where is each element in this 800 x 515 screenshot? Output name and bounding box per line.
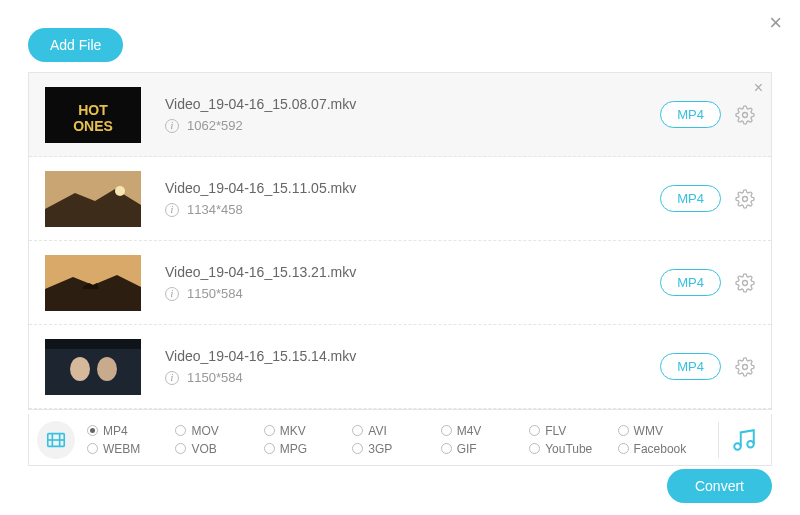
gear-icon[interactable] xyxy=(735,105,755,125)
format-option[interactable]: GIF xyxy=(441,442,529,456)
format-option[interactable]: MPG xyxy=(264,442,352,456)
format-option[interactable]: AVI xyxy=(352,424,440,438)
format-label: M4V xyxy=(457,424,482,438)
format-option[interactable]: M4V xyxy=(441,424,529,438)
format-label: WMV xyxy=(634,424,663,438)
radio-icon xyxy=(618,425,629,436)
add-file-button[interactable]: Add File xyxy=(28,28,123,62)
window-close-icon[interactable]: × xyxy=(769,10,782,36)
file-resolution: 1150*584 xyxy=(187,370,243,385)
format-label: FLV xyxy=(545,424,566,438)
format-label: MP4 xyxy=(103,424,128,438)
svg-rect-14 xyxy=(45,339,141,349)
file-row[interactable]: Video_19-04-16_15.11.05.mkv i 1134*458 M… xyxy=(29,157,771,241)
format-label: Facebook xyxy=(634,442,687,456)
radio-icon xyxy=(441,425,452,436)
format-label: MOV xyxy=(191,424,218,438)
svg-point-12 xyxy=(70,357,90,381)
format-label: AVI xyxy=(368,424,386,438)
svg-point-6 xyxy=(115,186,125,196)
gear-icon[interactable] xyxy=(735,189,755,209)
video-thumbnail xyxy=(45,339,141,395)
svg-point-20 xyxy=(734,443,741,450)
format-label: GIF xyxy=(457,442,477,456)
format-label: VOB xyxy=(191,442,216,456)
output-format-button[interactable]: MP4 xyxy=(660,185,721,212)
audio-mode-icon[interactable] xyxy=(731,427,763,453)
format-label: YouTube xyxy=(545,442,592,456)
radio-icon xyxy=(175,443,186,454)
output-format-button[interactable]: MP4 xyxy=(660,353,721,380)
radio-icon xyxy=(352,425,363,436)
format-option[interactable]: WEBM xyxy=(87,442,175,456)
file-name: Video_19-04-16_15.11.05.mkv xyxy=(165,180,660,196)
format-option[interactable]: 3GP xyxy=(352,442,440,456)
radio-icon xyxy=(175,425,186,436)
file-resolution: 1150*584 xyxy=(187,286,243,301)
file-row[interactable]: Video_19-04-16_15.13.21.mkv i 1150*584 M… xyxy=(29,241,771,325)
file-row[interactable]: × HOTONES Video_19-04-16_15.08.07.mkv i … xyxy=(29,73,771,157)
radio-icon xyxy=(87,443,98,454)
svg-point-15 xyxy=(743,364,748,369)
file-name: Video_19-04-16_15.13.21.mkv xyxy=(165,264,660,280)
video-mode-icon[interactable] xyxy=(37,421,75,459)
svg-point-10 xyxy=(743,280,748,285)
file-name: Video_19-04-16_15.15.14.mkv xyxy=(165,348,660,364)
svg-text:HOT: HOT xyxy=(78,102,108,118)
radio-icon xyxy=(264,443,275,454)
radio-icon xyxy=(264,425,275,436)
radio-icon xyxy=(87,425,98,436)
gear-icon[interactable] xyxy=(735,273,755,293)
svg-point-13 xyxy=(97,357,117,381)
format-option[interactable]: MKV xyxy=(264,424,352,438)
row-close-icon[interactable]: × xyxy=(754,79,763,97)
file-name: Video_19-04-16_15.08.07.mkv xyxy=(165,96,660,112)
radio-icon xyxy=(441,443,452,454)
format-option[interactable]: VOB xyxy=(175,442,263,456)
file-list: × HOTONES Video_19-04-16_15.08.07.mkv i … xyxy=(28,72,772,410)
format-label: MPG xyxy=(280,442,307,456)
format-option[interactable]: YouTube xyxy=(529,442,617,456)
file-row[interactable]: Video_19-04-16_15.15.14.mkv i 1150*584 M… xyxy=(29,325,771,409)
radio-icon xyxy=(618,443,629,454)
video-thumbnail xyxy=(45,171,141,227)
format-option[interactable]: Facebook xyxy=(618,442,706,456)
divider xyxy=(718,422,719,458)
radio-icon xyxy=(352,443,363,454)
svg-point-21 xyxy=(747,441,754,448)
format-label: MKV xyxy=(280,424,306,438)
svg-point-3 xyxy=(743,112,748,117)
convert-button[interactable]: Convert xyxy=(667,469,772,503)
info-icon[interactable]: i xyxy=(165,203,179,217)
svg-text:ONES: ONES xyxy=(73,118,113,134)
radio-icon xyxy=(529,425,540,436)
video-thumbnail xyxy=(45,255,141,311)
radio-icon xyxy=(529,443,540,454)
format-option[interactable]: MP4 xyxy=(87,424,175,438)
output-format-button[interactable]: MP4 xyxy=(660,269,721,296)
file-resolution: 1134*458 xyxy=(187,202,243,217)
info-icon[interactable]: i xyxy=(165,287,179,301)
format-label: WEBM xyxy=(103,442,140,456)
format-options: MP4 MOV MKV AVI M4V FLV WMV WEBM VOB MPG… xyxy=(87,424,706,456)
svg-point-7 xyxy=(743,196,748,201)
format-option[interactable]: MOV xyxy=(175,424,263,438)
video-thumbnail: HOTONES xyxy=(45,87,141,143)
format-label: 3GP xyxy=(368,442,392,456)
format-option[interactable]: WMV xyxy=(618,424,706,438)
output-format-button[interactable]: MP4 xyxy=(660,101,721,128)
file-resolution: 1062*592 xyxy=(187,118,243,133)
format-option[interactable]: FLV xyxy=(529,424,617,438)
format-bar: MP4 MOV MKV AVI M4V FLV WMV WEBM VOB MPG… xyxy=(28,414,772,466)
gear-icon[interactable] xyxy=(735,357,755,377)
info-icon[interactable]: i xyxy=(165,371,179,385)
info-icon[interactable]: i xyxy=(165,119,179,133)
